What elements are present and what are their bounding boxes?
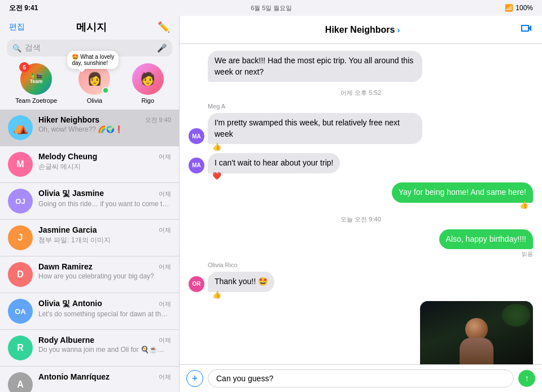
chevron-right-icon: › <box>397 25 400 34</box>
conv-avatar-olivia-antonio: OA <box>8 299 33 324</box>
message-row-4: Yay for being home! And same here! 👍 <box>189 182 533 203</box>
messages-area: We are back!!! Had the most epic trip. Y… <box>180 44 542 364</box>
conv-name-olivia-jasmine: Olivia 및 Jasmine <box>38 189 104 199</box>
sidebar-title: 메시지 <box>76 20 107 34</box>
conv-content-melody: Melody Cheung 어제 손글씨 메시지 <box>38 152 171 172</box>
conv-name-melody: Melody Cheung <box>38 152 97 161</box>
chat-title-text: Hiker Neighbors <box>325 25 395 35</box>
conv-avatar-hiker: ⛺ <box>8 115 33 140</box>
send-button[interactable]: ↑ <box>518 370 535 387</box>
conv-item-olivia-antonio[interactable]: OA Olivia 및 Antonio 어제 Let's do somethin… <box>0 293 179 330</box>
sender-label-meg: Meg A <box>208 103 533 110</box>
conv-avatar-olivia-jasmine: OJ <box>8 189 33 214</box>
conv-name-antonio: Antonio Manríquez <box>38 372 110 381</box>
conv-name-olivia-antonio: Olivia 및 Antonio <box>38 299 102 309</box>
conv-content-hiker: Hiker Neighbors 오전 9:40 Oh, wow! Where??… <box>38 115 171 133</box>
conv-time-olivia-antonio: 어제 <box>159 300 171 308</box>
battery-indicator: 100% <box>515 4 533 12</box>
timestamp-1: 어제 오후 5:52 <box>189 89 533 97</box>
message-bubble-1: We are back!!! Had the most epic trip. Y… <box>208 51 422 82</box>
conv-avatar-antonio: A <box>8 372 33 392</box>
conversation-list: ⛺ Hiker Neighbors 오전 9:40 Oh, wow! Where… <box>0 110 179 392</box>
speech-bubble-olivia: 🤩 What a lovelyday, sunshine! <box>67 51 119 69</box>
conv-content-antonio: Antonio Manríquez 어제 <box>38 372 171 382</box>
conv-name-rody: Rody Albuerne <box>38 336 94 345</box>
message-bubble-4: Yay for being home! And same here! 👍 <box>392 182 533 203</box>
chat-title[interactable]: Hiker Neighbors › <box>325 25 400 35</box>
conv-time-rody: 어제 <box>159 336 171 345</box>
message-row-6: OR Thank you!! 🤩 👍 <box>189 272 533 292</box>
search-icon: 🔍 <box>12 44 21 53</box>
conv-content-jasmine: Jasmine Garcia 어제 첨부 파일: 1개의 이미지 <box>38 225 171 245</box>
conv-name-dawn: Dawn Ramirez <box>38 262 93 271</box>
avatar-rigo: 🧑 <box>132 63 164 95</box>
chat-area: Hiker Neighbors › We are back!!! Had the… <box>180 16 542 392</box>
reaction-heart-3: ❤️ <box>212 171 221 181</box>
sender-label-olivia: Olivia Rico <box>208 262 533 268</box>
conv-preview-hiker: Oh, wow! Where?? 🌈🌍❗️ <box>38 125 171 133</box>
message-row-2: MA I'm pretty swamped this week, but rel… <box>189 113 533 144</box>
online-indicator-olivia <box>102 87 109 94</box>
conv-content-dawn: Dawn Ramirez 어제 How are you celebrating … <box>38 262 171 280</box>
main-layout: 편집 메시지 ✏️ 🔍 검색 🎤 🦜🎬Team 6 Team Zoetrope <box>0 16 542 392</box>
sidebar-header: 편집 메시지 ✏️ <box>0 16 179 37</box>
conv-item-rody[interactable]: R Rody Albuerne 어제 Do you wanna join me … <box>0 330 179 367</box>
conv-preview-dawn: How are you celebrating your big day? <box>38 272 171 280</box>
status-bar: 오전 9:41 6월 5일 월요일 📶 100% <box>0 0 542 16</box>
pinned-contact-olivia[interactable]: 🤩 What a lovelyday, sunshine! 👩 Olivia <box>78 63 110 104</box>
pinned-name-zoetrope: Team Zoetrope <box>15 97 57 104</box>
conv-item-dawn[interactable]: D Dawn Ramirez 어제 How are you celebratin… <box>0 256 179 293</box>
image-message <box>420 301 533 364</box>
pinned-name-olivia: Olivia <box>87 97 103 104</box>
conv-content-olivia-jasmine: Olivia 및 Jasmine 어제 Going on this ride… … <box>38 189 171 208</box>
input-placeholder: Can you guess? <box>216 374 273 383</box>
message-input[interactable]: Can you guess? <box>208 369 514 387</box>
avatar-olivia-rico: OR <box>189 276 204 292</box>
sidebar: 편집 메시지 ✏️ 🔍 검색 🎤 🦜🎬Team 6 Team Zoetrope <box>0 16 180 392</box>
message-bubble-2: I'm pretty swamped this week, but relati… <box>208 113 422 144</box>
conv-preview-jasmine: 첨부 파일: 1개의 이미지 <box>38 236 171 245</box>
conv-item-jasmine[interactable]: J Jasmine Garcia 어제 첨부 파일: 1개의 이미지 <box>0 220 179 256</box>
conv-item-melody[interactable]: M Melody Cheung 어제 손글씨 메시지 <box>0 146 179 183</box>
reaction-thumbsup-4: 👍 <box>519 200 528 210</box>
message-bubble-6: Thank you!! 🤩 👍 <box>208 272 274 292</box>
conv-time-antonio: 어제 <box>159 373 171 381</box>
conv-avatar-dawn: D <box>8 262 33 287</box>
conv-avatar-jasmine: J <box>8 225 33 250</box>
input-bar: + Can you guess? ↑ <box>180 364 542 392</box>
conv-preview-olivia-antonio: Let's do something special for dawn at t… <box>38 310 171 318</box>
conv-item-olivia-jasmine[interactable]: OJ Olivia 및 Jasmine 어제 Going on this rid… <box>0 183 179 220</box>
conv-time-dawn: 어제 <box>159 263 171 271</box>
message-row-5: Also, happy birthday!!!! 읽음 <box>189 229 533 259</box>
message-bubble-3: I can't wait to hear about your trip! ❤️ <box>208 153 340 173</box>
pinned-name-rigo: Rigo <box>141 97 154 104</box>
edit-button[interactable]: 편집 <box>9 22 25 32</box>
mic-icon[interactable]: 🎤 <box>157 43 167 53</box>
video-call-button[interactable] <box>519 21 533 38</box>
read-receipt: 읽음 <box>522 250 533 258</box>
pinned-contacts: 🦜🎬Team 6 Team Zoetrope 🤩 What a lovelyda… <box>0 61 179 110</box>
message-row-3: MA I can't wait to hear about your trip!… <box>189 153 533 173</box>
message-row-1: We are back!!! Had the most epic trip. Y… <box>189 51 533 82</box>
conv-avatar-melody: M <box>8 152 33 177</box>
conv-content-olivia-antonio: Olivia 및 Antonio 어제 Let's do something s… <box>38 299 171 318</box>
status-date: 6월 5일 월요일 <box>251 4 292 12</box>
conv-avatar-rody: R <box>8 336 33 360</box>
compose-button[interactable]: ✏️ <box>158 21 170 33</box>
message-bubble-5: Also, happy birthday!!!! <box>439 229 533 250</box>
avatar-meg-2: MA <box>189 158 204 173</box>
conv-preview-olivia-jasmine: Going on this ride… if you want to come … <box>38 200 171 208</box>
conv-item-hiker-neighbors[interactable]: ⛺ Hiker Neighbors 오전 9:40 Oh, wow! Where… <box>0 110 179 146</box>
chat-header: Hiker Neighbors › <box>180 16 542 44</box>
reaction-thumbsup-6: 👍 <box>212 290 221 300</box>
status-time: 오전 9:41 <box>9 3 38 13</box>
timestamp-2: 오늘 오전 9:40 <box>189 215 533 224</box>
pinned-contact-team-zoetrope[interactable]: 🦜🎬Team 6 Team Zoetrope <box>15 63 57 104</box>
conv-item-antonio[interactable]: A Antonio Manríquez 어제 <box>0 367 179 392</box>
add-button[interactable]: + <box>186 370 203 387</box>
reaction-thumbsup-2: 👍 <box>212 142 221 152</box>
pinned-contact-rigo[interactable]: 🧑 Rigo <box>132 63 164 104</box>
conv-time-jasmine: 어제 <box>159 226 171 234</box>
conv-time-melody: 어제 <box>159 153 171 161</box>
wifi-icon: 📶 <box>505 4 513 12</box>
